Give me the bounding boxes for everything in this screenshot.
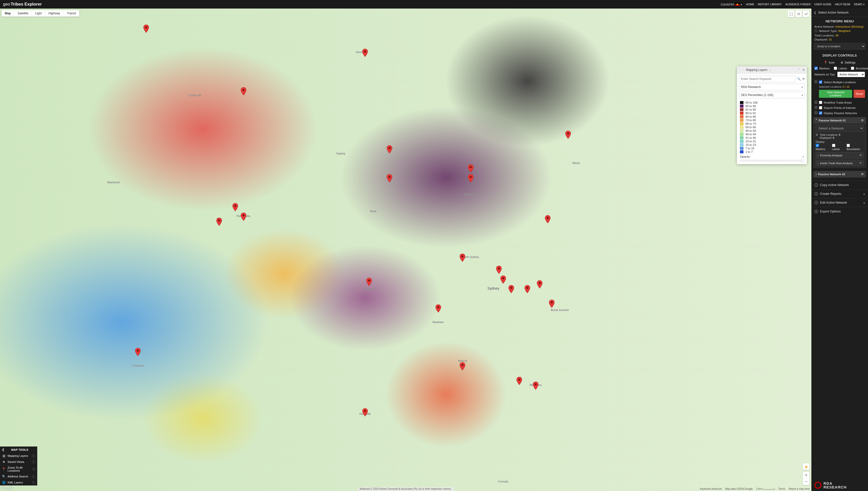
search-poi-checkbox[interactable] (819, 106, 822, 109)
nav-audience-finder[interactable]: AUDIENCE FINDER (785, 3, 811, 6)
info-icon[interactable]: ⓘ (814, 80, 817, 84)
map-marker[interactable] (500, 276, 506, 284)
map-marker[interactable] (241, 213, 246, 221)
tab-light[interactable]: Light (32, 10, 45, 17)
nav-home[interactable]: HOME (746, 3, 754, 6)
map-marker[interactable] (496, 266, 502, 274)
icon-button[interactable]: 📍 Icon (824, 61, 835, 64)
refresh-icon[interactable]: ⟳ (861, 119, 864, 122)
redefine-checkbox[interactable] (819, 101, 822, 104)
map-marker[interactable] (545, 215, 550, 223)
nav-report-library[interactable]: REPORT LIBRARY (758, 3, 782, 6)
refresh-icon[interactable]: ⟳ (860, 162, 862, 165)
reset-button[interactable]: Reset (854, 90, 865, 98)
terms-link[interactable]: Terms (778, 488, 785, 490)
labels-checkbox[interactable] (834, 67, 837, 70)
markers-checkbox[interactable] (814, 67, 818, 70)
edit-active-network[interactable]: iEdit Active Network▸ (811, 198, 868, 207)
pn1-network-select[interactable]: Select a Network (816, 125, 864, 132)
nav-demo[interactable]: DEMO▼ (854, 3, 865, 6)
map-marker[interactable] (517, 377, 522, 385)
info-icon[interactable]: i (32, 460, 35, 464)
map-tools-collapse-icon[interactable]: ❮ (2, 448, 4, 451)
create-reports[interactable]: iCreate Reports▸ (811, 190, 868, 198)
map-marker[interactable] (387, 174, 392, 182)
map-marker[interactable] (362, 49, 368, 57)
map-marker[interactable] (435, 305, 441, 313)
polyline-button[interactable] (803, 10, 809, 17)
select-active-network[interactable]: ❮Select Active Network (811, 8, 868, 17)
fullscreen-button[interactable] (788, 10, 794, 17)
map-marker[interactable] (509, 285, 514, 293)
copy-active-network[interactable]: iCopy Active Network (811, 181, 868, 189)
drag-handle-icon[interactable]: ⋮⋮ (739, 68, 744, 71)
map-marker[interactable] (216, 218, 222, 226)
map-marker[interactable] (468, 174, 473, 182)
map-marker[interactable] (233, 203, 238, 211)
info-icon[interactable]: ⓘ (814, 111, 817, 115)
tab-map[interactable]: Map (1, 10, 14, 17)
search-icon[interactable]: 🔍 (797, 77, 801, 81)
map-marker[interactable] (241, 87, 246, 95)
map-marker[interactable] (387, 145, 392, 153)
refresh-icon[interactable]: ⟳ (861, 172, 864, 176)
map-marker[interactable] (460, 254, 465, 262)
map-marker[interactable] (135, 348, 141, 356)
map-marker[interactable] (524, 285, 530, 293)
refresh-icon[interactable]: ⟳ (860, 154, 862, 157)
minimize-icon[interactable]: ˄ (798, 68, 800, 71)
keyboard-shortcuts-link[interactable]: Keyboard shortcuts (700, 488, 722, 490)
measure-select[interactable]: SES Percentiles (1-100) (739, 92, 805, 98)
pn1-proximity[interactable]: ›Proximity Analysis⟳ (816, 152, 864, 158)
tab-transit[interactable]: Transit (63, 10, 79, 17)
pn1-header[interactable]: ˅Passive Network #1⟳ (814, 117, 866, 123)
tab-highway[interactable]: Highway (45, 10, 63, 17)
nav-user-guide[interactable]: USER GUIDE (814, 3, 831, 6)
tool-address-search[interactable]: 🔍Address Searchi (0, 473, 37, 480)
boundaries-checkbox[interactable] (851, 67, 854, 70)
pn1-boundaries-checkbox[interactable] (847, 144, 850, 147)
map-marker[interactable] (143, 25, 149, 33)
info-icon[interactable]: ⓘ (814, 29, 817, 32)
map-marker[interactable] (533, 382, 538, 390)
network-on-top-select[interactable]: Active Network (837, 71, 865, 77)
pegman-icon[interactable]: ◉ (803, 463, 809, 470)
map-marker[interactable] (537, 280, 542, 288)
map-marker[interactable] (366, 278, 372, 286)
info-icon[interactable]: ⓘ (814, 106, 817, 110)
tool-kml-layers[interactable]: 🌐KML Layersi (0, 480, 37, 486)
map-marker[interactable] (362, 408, 368, 416)
info-icon[interactable]: i (32, 475, 35, 478)
nav-country[interactable]: COUNTRY ▼ (721, 2, 742, 6)
export-options[interactable]: iExport Options (811, 207, 868, 216)
map-marker[interactable] (565, 131, 571, 139)
select-multiple-checkbox[interactable] (819, 81, 822, 84)
info-icon[interactable]: i (32, 481, 35, 484)
dataset-select[interactable]: RDA Research (739, 84, 805, 90)
tab-satellite[interactable]: Satellite (14, 10, 32, 17)
settings-button[interactable]: ⚙ Settings (841, 61, 856, 64)
zoom-out-button[interactable]: − (803, 479, 809, 485)
tool-mapping-layers[interactable]: ▥Mapping Layersi (0, 453, 37, 459)
layer-search-input[interactable] (739, 76, 795, 82)
map-marker[interactable] (468, 165, 473, 172)
view-selected-button[interactable]: View Selected Locations (819, 90, 852, 98)
map-canvas[interactable]: SydneyNorth SydneyChatswoodParramattaHor… (0, 8, 811, 491)
slider-thumb[interactable] (801, 159, 804, 163)
chevron-down-icon[interactable]: ▾ (803, 155, 804, 158)
tool-saved-views[interactable]: ★Saved Viewsi (0, 459, 37, 465)
info-icon[interactable]: ⓘ (814, 100, 817, 104)
close-icon[interactable]: ✕ (802, 68, 805, 71)
jump-to-location-select[interactable]: Jump to a location (814, 43, 866, 50)
report-error-link[interactable]: Report a map error (789, 488, 810, 490)
pn1-markers-checkbox[interactable] (816, 144, 819, 147)
refresh-icon[interactable]: ⟳ (802, 77, 805, 81)
gear-icon[interactable]: ⚙ (816, 133, 818, 136)
map-marker[interactable] (460, 362, 465, 370)
display-passive-checkbox[interactable] (819, 111, 822, 115)
pn2-header[interactable]: ›Passive Network #2⟳ (814, 171, 866, 177)
tool-zoom-all[interactable]: 📍Zoom To All Locationsi (0, 465, 37, 473)
nav-help-desk[interactable]: HELP DESK (835, 3, 851, 6)
lasso-button[interactable] (795, 10, 802, 17)
pn1-labels-checkbox[interactable] (832, 144, 835, 147)
